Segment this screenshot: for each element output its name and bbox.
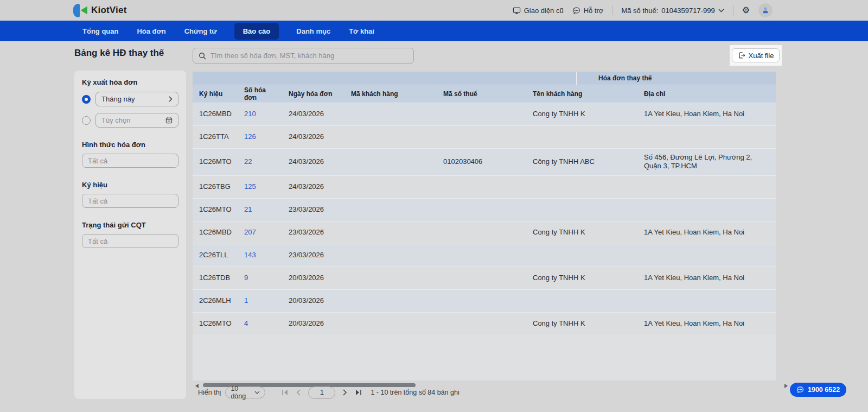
column-header-ten-khach-hang: Tên khách hàng [526,85,637,103]
column-header-ngay-hoa-don: Ngày hóa đơn [282,85,344,103]
cell-ngay-hoa-don: 20/03/2026 [282,267,344,289]
old-interface-label: Giao diện cũ [524,7,564,15]
last-page-button[interactable] [355,389,362,396]
cell-so-hoa-don: 9 [238,267,282,289]
nav-bao-cao[interactable]: Báo cáo [234,23,279,40]
kiotviet-logo-icon [73,4,87,17]
export-icon [738,52,745,59]
next-page-button[interactable] [343,389,347,396]
nav-hoa-don[interactable]: Hóa đơn [136,23,167,40]
cell-dia-chi [637,289,776,312]
invoice-number-link[interactable]: 207 [244,228,256,236]
nav-chung-tu[interactable]: Chứng từ [183,23,218,40]
calendar-icon [165,117,173,124]
previous-page-button[interactable] [296,389,301,396]
invoice-number-link[interactable]: 1 [244,296,248,305]
table-row: 1C26TTA12624/03/2026 [193,125,776,148]
first-page-button[interactable] [282,389,289,396]
cell-ten-khach-hang [526,289,637,312]
cell-so-hoa-don: 143 [238,244,282,267]
cell-ma-so-thue [437,267,526,289]
cell-ngay-hoa-don: 23/03/2026 [282,244,344,267]
help-label: Hỗ trợ [584,7,604,15]
export-file-button[interactable]: Xuất file [732,48,780,62]
invoice-number-link[interactable]: 125 [244,182,256,191]
cell-ky-hieu: 1C26TDB [193,267,238,289]
cell-ky-hieu: 2C26TLL [193,244,238,267]
cell-dia-chi: 1A Yet Kieu, Hoan Kiem, Ha Noi [637,312,776,335]
scroll-right-arrow-icon[interactable] [784,384,788,388]
search-box [193,48,414,64]
invoice-number-link[interactable]: 22 [244,157,252,166]
old-interface-button[interactable]: Giao diện cũ [513,7,564,15]
cell-ma-khach-hang [344,244,437,267]
period-custom-radio[interactable] [82,116,91,125]
cell-ma-khach-hang [344,125,437,148]
column-header-ky-hieu: Ký hiệu [193,85,238,103]
invoice-number-link[interactable]: 21 [244,205,252,213]
chevron-right-icon [169,96,173,102]
help-button[interactable]: Hỗ trợ [572,7,604,15]
cell-so-hoa-don: 207 [238,221,282,244]
period-this-month-button[interactable]: Tháng này [95,92,178,106]
invoice-number-link[interactable]: 143 [244,251,256,259]
period-custom-button[interactable]: Tùy chọn [95,113,178,128]
period-custom-label: Tùy chọn [101,116,130,124]
column-header-so-hoa-don: Số hóa đơn [238,85,282,103]
cell-ngay-hoa-don: 20/03/2026 [282,289,344,312]
gear-icon[interactable]: ⚙ [742,6,750,15]
invoice-table-body: 1C26MBD21024/03/2026Cong ty TNHH K1A Yet… [193,103,776,335]
cell-ten-khach-hang: Cong ty TNHH K [526,103,637,125]
cell-ma-khach-hang [344,289,437,312]
page-title: Bảng kê HĐ thay thế [74,48,164,59]
cell-ma-so-thue [437,103,526,125]
cell-ma-khach-hang [344,267,437,289]
cell-ma-khach-hang [344,175,437,198]
cell-ten-khach-hang: Công ty TNHH ABC [526,148,637,175]
support-phone: 1900 6522 [808,386,840,394]
cell-ky-hieu: 1C26MTO [193,148,238,175]
support-chat-icon [796,386,804,394]
help-chat-icon [572,7,580,15]
search-input[interactable] [210,52,408,60]
page-size-select[interactable]: 10 dòng [225,386,265,398]
cell-ngay-hoa-don: 24/03/2026 [282,148,344,175]
cell-ky-hieu: 1C26TTA [193,125,238,148]
page-number-input[interactable] [308,386,335,399]
nav-tong-quan[interactable]: Tổng quan [81,23,119,40]
period-this-month-label: Tháng này [101,95,135,103]
cell-ma-so-thue: 0102030406 [437,148,526,175]
avatar[interactable] [758,3,773,17]
invoice-form-filter-input[interactable] [82,154,178,168]
search-icon [199,52,206,60]
cqt-status-filter-input[interactable] [82,234,178,248]
table-row: 1C26MBD21024/03/2026Cong ty TNHH K1A Yet… [193,103,776,125]
cell-ten-khach-hang [526,125,637,148]
cell-so-hoa-don: 21 [238,198,282,221]
cell-ma-khach-hang [344,103,437,125]
invoice-table: Hóa đơn thay thế Ký hiệu Số hóa đơn Ngày… [193,72,776,381]
pagination-summary: 1 - 10 trên tổng số 84 bản ghi [371,389,459,396]
nav-danh-muc[interactable]: Danh mục [295,23,331,40]
cell-ma-khach-hang [344,312,437,335]
cell-ky-hieu: 1C26MTO [193,312,238,335]
filter-sidebar: Kỳ xuất hóa đơn Tháng này Tùy chọn Hình … [74,71,186,399]
page-size-value: 10 dòng [231,385,254,400]
invoice-number-link[interactable]: 126 [244,132,256,141]
nav-to-khai[interactable]: Tờ khai [348,23,375,40]
invoice-number-link[interactable]: 210 [244,110,256,118]
invoice-number-link[interactable]: 9 [244,274,248,282]
tax-code-selector[interactable]: Mã số thuế: 0104359717-999 [621,7,724,15]
symbol-filter-input[interactable] [82,194,178,208]
cell-ten-khach-hang: Cong ty TNHH K [526,267,637,289]
period-this-month-radio[interactable] [82,95,91,104]
table-row: 1C26MBD20723/03/2026Cong ty TNHH K1A Yet… [193,221,776,244]
cell-ma-so-thue [437,125,526,148]
cell-dia-chi [637,244,776,267]
cell-ma-khach-hang [344,198,437,221]
cell-so-hoa-don: 210 [238,103,282,125]
invoice-number-link[interactable]: 4 [244,319,248,327]
table-row: 1C26MTO2123/03/2026 [193,198,776,221]
support-hotline-button[interactable]: 1900 6522 [790,383,846,397]
cell-ma-so-thue [437,175,526,198]
